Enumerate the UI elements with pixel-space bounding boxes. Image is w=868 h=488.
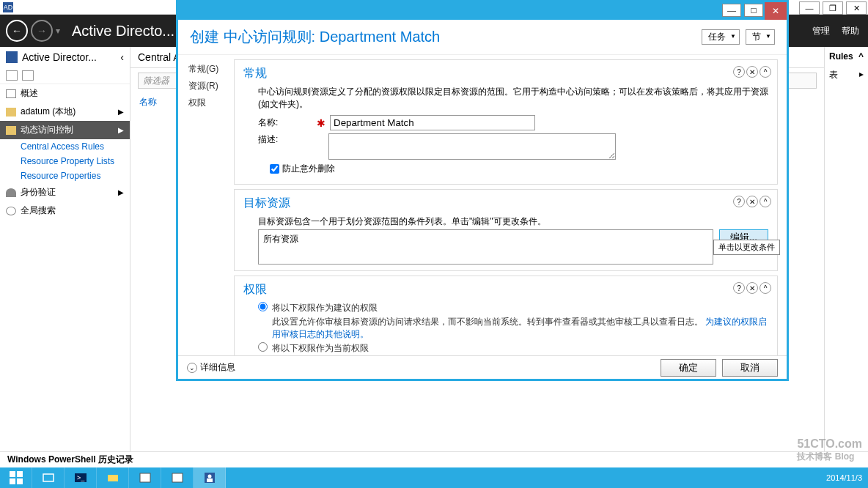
section-close-icon[interactable]: ✕	[746, 196, 758, 207]
watermark: 51CTO.com 技术博客 Blog	[797, 437, 862, 463]
create-central-access-rule-dialog: — □ ✕ 创建 中心访问规则: Department Match 任务 节 常…	[176, 0, 789, 381]
list-view-icon[interactable]	[6, 70, 18, 81]
sidebar-collapse-button[interactable]: ‹	[120, 51, 124, 63]
svg-rect-12	[207, 478, 213, 482]
dialog-minimize-button[interactable]: —	[722, 4, 741, 17]
svg-rect-8	[140, 473, 150, 482]
header-manage-link[interactable]: 管理	[812, 25, 830, 37]
taskbar-app-1[interactable]	[129, 467, 161, 488]
dialog-title: 创建 中心访问规则: Department Match	[190, 27, 440, 47]
tray-date: 2014/11/3	[826, 473, 862, 482]
proposed-permissions-desc: 此设置允许你审核目标资源的访问请求结果，而不影响当前系统。转到事件查看器或其他审…	[272, 317, 703, 327]
section-collapse-icon[interactable]: ^	[760, 282, 771, 294]
nav-forward-button[interactable]: →	[31, 20, 53, 42]
chevron-down-icon: ⌄	[187, 363, 197, 373]
sidebar-item-dynamic-access[interactable]: 动态访问控制 ▶	[0, 121, 130, 139]
tasks-dropdown[interactable]: 任务	[702, 29, 740, 45]
section-collapse-icon[interactable]: ^	[760, 66, 771, 78]
section-general-title: 常规	[243, 66, 768, 81]
sidebar-view-toolbar	[0, 67, 130, 84]
folder-icon	[6, 126, 16, 135]
right-pane-item[interactable]: 表 ▸	[825, 66, 868, 84]
sidebar-item-identity[interactable]: 身份验证 ▶	[0, 183, 130, 202]
taskbar-server-manager[interactable]	[32, 467, 65, 488]
powershell-history-panel[interactable]: Windows PowerShell 历史记录	[0, 451, 868, 467]
windows-logo-icon	[10, 471, 23, 484]
details-toggle[interactable]: ⌄ 详细信息	[187, 361, 235, 374]
svg-rect-7	[108, 475, 118, 481]
section-close-icon[interactable]: ✕	[746, 282, 758, 294]
proposed-permissions-radio[interactable]	[258, 302, 268, 311]
nav-back-button[interactable]: ←	[6, 20, 28, 42]
current-permissions-label: 将以下权限作为当前权限	[272, 343, 369, 353]
svg-rect-0	[10, 471, 15, 477]
section-help-icon[interactable]: ?	[733, 282, 745, 294]
description-textarea[interactable]	[328, 133, 616, 160]
outer-maximize-button[interactable]: ❐	[823, 1, 843, 15]
search-icon	[6, 207, 16, 215]
sidebar-item-adatum[interactable]: adatum (本地) ▶	[0, 103, 130, 121]
taskbar-tray[interactable]: 2014/11/3	[826, 473, 868, 482]
ok-button[interactable]: 确定	[661, 359, 716, 377]
name-input[interactable]	[330, 115, 535, 130]
current-permissions-radio[interactable]	[258, 342, 268, 352]
chevron-right-icon: ▸	[859, 69, 864, 79]
sidebar-sub-rpl[interactable]: Resource Property Lists	[0, 154, 130, 169]
section-collapse-icon[interactable]: ^	[760, 196, 771, 207]
name-label: 名称:	[258, 117, 317, 129]
tools-icon	[171, 471, 184, 484]
dialog-main: 常规 ? ✕ ^ 中心访问规则资源定义了分配的资源权限以限定目标资源的范围。它用…	[231, 55, 787, 355]
dialog-titlebar: — □ ✕	[178, 2, 787, 20]
right-tasks-pane: Rules ^ 表 ▸	[824, 47, 868, 467]
svg-rect-4	[43, 474, 54, 481]
right-pane-rules-header[interactable]: Rules ^	[825, 47, 868, 66]
sections-dropdown[interactable]: 节	[746, 29, 775, 45]
svg-text:>_: >_	[77, 474, 85, 481]
folder-icon	[106, 471, 119, 484]
outer-minimize-button[interactable]: —	[799, 1, 820, 15]
nav-permission[interactable]: 权限	[181, 95, 228, 111]
sidebar-sub-rp[interactable]: Resource Properties	[0, 169, 130, 183]
dialog-close-button[interactable]: ✕	[765, 2, 787, 20]
target-description: 目标资源包含一个用于划分资源范围的条件列表。单击"编辑"可更改条件。	[258, 215, 768, 228]
prevent-delete-checkbox[interactable]	[270, 164, 279, 174]
cancel-button[interactable]: 取消	[722, 359, 778, 377]
server-manager-icon	[42, 471, 55, 484]
sidebar-sub-car[interactable]: Central Access Rules	[0, 139, 130, 154]
taskbar-explorer[interactable]	[97, 467, 129, 488]
management-icon	[139, 471, 152, 484]
user-icon	[6, 188, 16, 197]
dialog-header: 创建 中心访问规则: Department Match 任务 节	[178, 20, 787, 55]
taskbar-powershell[interactable]: >_	[65, 467, 97, 488]
dialog-footer: ⌄ 详细信息 确定 取消	[178, 355, 787, 379]
section-perm-title: 权限	[243, 282, 768, 297]
folder-icon	[6, 108, 16, 117]
section-help-icon[interactable]: ?	[733, 66, 745, 78]
dialog-maximize-button[interactable]: □	[744, 4, 763, 17]
start-button[interactable]	[0, 467, 32, 488]
general-description: 中心访问规则资源定义了分配的资源权限以限定目标资源的范围。它用于构造中心访问策略…	[258, 86, 768, 111]
dialog-nav: 常规(G) 资源(R) 权限	[178, 55, 231, 355]
nav-general[interactable]: 常规(G)	[181, 61, 228, 78]
chevron-right-icon: ▶	[118, 188, 124, 196]
ad-icon	[6, 51, 18, 63]
ad-app-icon: AD	[3, 2, 13, 12]
section-close-icon[interactable]: ✕	[746, 66, 758, 78]
taskbar-ad-admin-center[interactable]	[194, 467, 226, 488]
prevent-delete-label: 防止意外删除	[282, 163, 335, 175]
ad-breadcrumb-title: Active Directo...	[72, 23, 174, 40]
section-help-icon[interactable]: ?	[733, 196, 745, 207]
ad-icon	[203, 471, 216, 484]
chevron-up-icon: ^	[858, 51, 864, 62]
outer-close-button[interactable]: ✕	[846, 1, 867, 15]
section-permissions: 权限 ? ✕ ^ 将以下权限作为建议的权限 此设置允许你审核目标资源的访问请求结…	[234, 276, 778, 355]
target-edit-tooltip: 单击以更改条件	[713, 240, 780, 255]
taskbar-app-2[interactable]	[161, 467, 194, 488]
sidebar-item-overview[interactable]: 概述	[0, 84, 130, 103]
nav-resource[interactable]: 资源(R)	[181, 78, 228, 95]
target-conditions-box: 所有资源	[258, 229, 713, 265]
sidebar-item-global-search[interactable]: 全局搜索	[0, 202, 130, 220]
tree-view-icon[interactable]	[22, 70, 34, 81]
taskbar: >_ 2014/11/3	[0, 467, 868, 488]
header-help-link[interactable]: 帮助	[842, 25, 859, 37]
